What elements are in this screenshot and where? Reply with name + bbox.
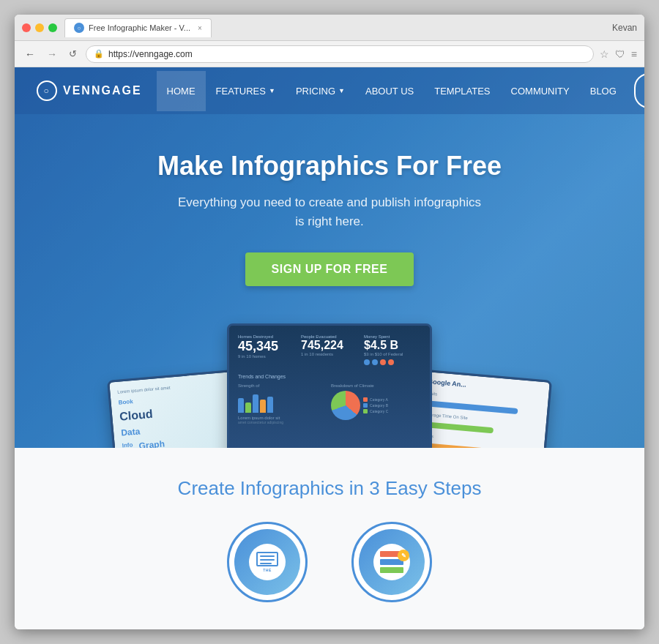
nav-features[interactable]: FEATURES ▼ bbox=[206, 71, 286, 111]
tablet-center-screen: Homes Destroyed 45,345 9 in 10 homes Peo… bbox=[229, 326, 430, 448]
maximize-button[interactable] bbox=[48, 23, 57, 32]
nav-templates[interactable]: TEMPLATES bbox=[424, 71, 500, 111]
nav-about[interactable]: ABOUT US bbox=[355, 71, 424, 111]
pencil-circle: ✎ bbox=[398, 550, 409, 561]
lorem-text-sm: amet consectetur adipiscing bbox=[238, 420, 328, 426]
legend-text-2: Category B bbox=[370, 403, 388, 408]
chart-title: Trends and Changes bbox=[235, 371, 424, 381]
books-icon: ✎ bbox=[380, 551, 403, 573]
bar-4 bbox=[260, 400, 266, 413]
bar-5 bbox=[267, 397, 273, 413]
tablet-right-screen: Google An... Visits Average Time On Site… bbox=[414, 372, 550, 448]
shield-icon[interactable]: 🛡 bbox=[615, 48, 625, 60]
bookmark-icon[interactable]: ☆ bbox=[600, 48, 609, 60]
minimize-button[interactable] bbox=[35, 23, 44, 32]
tablets-area: Lorem ipsum dolor sit amet Book Cloud Da… bbox=[15, 323, 644, 448]
refresh-button[interactable]: ↺ bbox=[66, 47, 80, 61]
stat-block-3: Money Spent $4.5 B $3 in $10 of Federal bbox=[364, 334, 421, 365]
step-2-inner: ✎ bbox=[359, 529, 425, 595]
step-1-icon: THE bbox=[249, 544, 286, 580]
tablet-right: Google An... Visits Average Time On Site… bbox=[412, 369, 552, 448]
browser-window: ○ Free Infographic Maker - V... × Kevan … bbox=[15, 15, 644, 629]
chart-area: Strength of Lorem ipsum dolor sit amet bbox=[235, 383, 424, 426]
step-2-circle: ✎ bbox=[351, 522, 432, 602]
hero-content: Make Infographics For Free Everything yo… bbox=[15, 114, 644, 301]
word-a: Info bbox=[122, 442, 133, 448]
stat1-value: 45,345 bbox=[238, 339, 295, 354]
pie-row: Category A Category B Cate bbox=[331, 391, 421, 420]
tablet-center: Homes Destroyed 45,345 9 in 10 homes Peo… bbox=[227, 323, 432, 448]
legend-dot-3 bbox=[363, 409, 368, 413]
url-bar[interactable]: 🔒 https://venngage.com bbox=[86, 45, 594, 63]
url-text: https://venngage.com bbox=[108, 49, 193, 59]
logo-icon: ○ bbox=[37, 80, 57, 101]
legend-text-3: Category C bbox=[370, 409, 388, 413]
step-1-inner: THE bbox=[234, 529, 300, 595]
tab-close-icon[interactable]: × bbox=[198, 24, 202, 32]
site-nav: ○ VENNGAGE HOME FEATURES ▼ PRICING ▼ bbox=[15, 67, 644, 114]
tab-title: Free Infographic Maker - V... bbox=[89, 23, 190, 32]
metric-bar-2 bbox=[424, 422, 494, 433]
website-content: ○ VENNGAGE HOME FEATURES ▼ PRICING ▼ bbox=[15, 67, 644, 629]
the-word: THE bbox=[263, 568, 272, 572]
bar-3 bbox=[253, 394, 258, 413]
close-button[interactable] bbox=[22, 23, 31, 32]
address-bar: ← → ↺ 🔒 https://venngage.com ☆ 🛡 ≡ bbox=[15, 41, 644, 67]
dot-row bbox=[364, 359, 421, 365]
signup-button[interactable]: SIGN UP FOR FREE bbox=[245, 252, 414, 286]
pricing-dropdown-icon: ▼ bbox=[338, 87, 345, 94]
nav-blog[interactable]: BLOG bbox=[580, 71, 627, 111]
mini-bar-chart bbox=[238, 391, 328, 413]
stat2-value: 745,224 bbox=[301, 339, 358, 352]
site-logo: ○ VENNGAGE bbox=[37, 80, 142, 101]
stat-block-2: People Evacuated 745,224 1 in 10 residen… bbox=[301, 334, 358, 365]
nav-community[interactable]: COMMUNITY bbox=[501, 71, 580, 111]
legend-3: Category C bbox=[363, 409, 388, 413]
bar-2 bbox=[245, 402, 251, 413]
stat2-sub: 1 in 10 residents bbox=[301, 352, 358, 356]
chart2-title: Breakdown of Climate bbox=[331, 383, 421, 388]
tablet-left: Lorem ipsum dolor sit amet Book Cloud Da… bbox=[107, 369, 247, 448]
profile-name: Kevan bbox=[612, 23, 637, 33]
stat3-value: $4.5 B bbox=[364, 339, 421, 352]
browser-tab[interactable]: ○ Free Infographic Maker - V... × bbox=[64, 18, 212, 37]
section-title: Create Infographics in 3 Easy Steps bbox=[178, 477, 482, 500]
legend-1: Category A bbox=[363, 397, 388, 402]
tab-area: ○ Free Infographic Maker - V... × bbox=[64, 18, 605, 37]
chart-sub: Strength of bbox=[238, 383, 328, 388]
below-hero-section: Create Infographics in 3 Easy Steps THE bbox=[15, 448, 644, 629]
stat-block-1: Homes Destroyed 45,345 9 in 10 homes bbox=[238, 334, 295, 365]
pie-chart-2 bbox=[331, 391, 360, 420]
hero-title: Make Infographics For Free bbox=[29, 151, 630, 181]
legend-dot-1 bbox=[363, 397, 368, 402]
nav-home[interactable]: HOME bbox=[157, 71, 206, 111]
hero-section: ○ VENNGAGE HOME FEATURES ▼ PRICING ▼ bbox=[15, 67, 644, 448]
traffic-lights bbox=[22, 23, 57, 32]
doc-icon bbox=[256, 552, 278, 566]
word-b: Graph bbox=[138, 439, 165, 448]
bar-chart: Strength of Lorem ipsum dolor sit amet bbox=[238, 383, 328, 426]
step-2-icon: ✎ bbox=[373, 544, 410, 580]
bar-1 bbox=[238, 398, 244, 413]
menu-icon[interactable]: ≡ bbox=[631, 48, 637, 60]
legend-text-1: Category A bbox=[370, 397, 388, 402]
nav-pricing[interactable]: PRICING ▼ bbox=[286, 71, 355, 111]
metric-bar-1 bbox=[425, 400, 518, 414]
logo-text: VENNGAGE bbox=[63, 84, 142, 97]
back-button[interactable]: ← bbox=[22, 47, 38, 61]
stat1-sub: 9 in 10 homes bbox=[238, 354, 295, 359]
features-dropdown-icon: ▼ bbox=[269, 87, 275, 94]
legend-2: Category B bbox=[363, 403, 388, 408]
address-bar-actions: ☆ 🛡 ≡ bbox=[600, 48, 637, 60]
tablet-left-screen: Lorem ipsum dolor sit amet Book Cloud Da… bbox=[109, 372, 245, 448]
forward-button[interactable]: → bbox=[44, 47, 60, 61]
step-1-circle: THE bbox=[227, 522, 308, 602]
stats-row: Homes Destroyed 45,345 9 in 10 homes Peo… bbox=[235, 332, 424, 368]
pie-right: Breakdown of Climate Category A bbox=[331, 383, 421, 426]
nav-links: HOME FEATURES ▼ PRICING ▼ ABOUT US TEMPL bbox=[157, 71, 627, 111]
hero-subtitle: Everything you need to create and publis… bbox=[29, 193, 630, 231]
sign-in-button[interactable]: SIGN IN bbox=[634, 73, 644, 108]
pie-legend: Category A Category B Cate bbox=[363, 397, 388, 413]
tab-favicon: ○ bbox=[74, 23, 84, 33]
stat3-sub: $3 in $10 of Federal bbox=[364, 352, 421, 356]
